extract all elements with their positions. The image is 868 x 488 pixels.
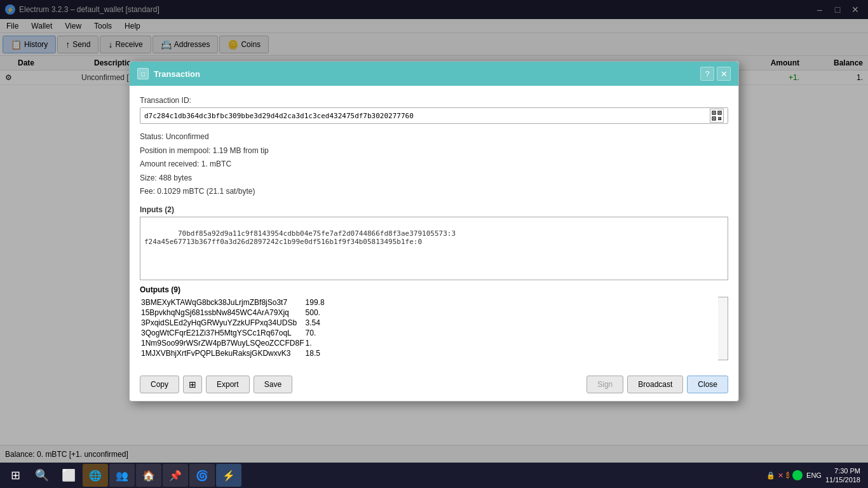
svg-rect-10: [721, 117, 721, 120]
dialog-titlebar: □ Transaction ? ✕: [130, 62, 738, 86]
amount-line: Amount received: 1. mBTC: [140, 158, 728, 172]
output-amount: 199.8: [306, 298, 346, 307]
output-row[interactable]: 15BpvkhqNgSj681ssbNw845WC4ArA79Xjq500.: [141, 308, 346, 317]
bitcoin-icon: ₿: [786, 471, 790, 479]
qr-icon-button[interactable]: [710, 109, 724, 123]
task-view-button[interactable]: ⬜: [56, 464, 81, 487]
export-button[interactable]: Export: [206, 376, 250, 393]
output-address: 15BpvkhqNgSj681ssbNw845WC4ArA79Xjq: [141, 308, 304, 317]
close-icon: ✕: [778, 471, 783, 480]
dialog-title: Transaction: [154, 69, 200, 79]
tx-id-value: d7c284c1db364dc3bfbc309bbe3d29d4d2ca3d1c…: [144, 112, 710, 120]
output-amount: 3.54: [306, 318, 346, 327]
taskbar: ⊞ 🔍 ⬜ 🌐 👥 🏠 📌 🌀 ⚡ 🔒 ✕ ₿ ENG 7:30 PM 11/1…: [0, 463, 868, 488]
mempool-line: Position in mempool: 1.19 MB from tip: [140, 144, 728, 158]
modal-overlay: □ Transaction ? ✕ Transaction ID: d7c284…: [0, 0, 868, 463]
output-amount: 181.56592: [306, 359, 346, 360]
output-address: 3BMEXyKTAWqG8bck38JuLrjmZBf8jSo3t7: [141, 298, 304, 307]
taskbar-right: 🔒 ✕ ₿ ENG 7:30 PM 11/15/2018: [766, 466, 865, 485]
network-icon: 🔒: [766, 471, 775, 480]
output-row[interactable]: 1Nm9Soo99rWSrZW4pB7WuyLSQeoZCCFD8F1.: [141, 339, 346, 348]
status-line: Status: Unconfirmed: [140, 130, 728, 144]
output-row[interactable]: 3PxqidSLEd2yHqGRWyuYZzkUFPxq34UDSb3.54: [141, 318, 346, 327]
start-button[interactable]: ⊞: [3, 464, 28, 487]
svg-rect-1: [714, 112, 715, 114]
svg-rect-9: [719, 118, 721, 119]
dialog-close-btn[interactable]: Close: [687, 376, 728, 393]
output-amount: 500.: [306, 308, 346, 317]
sign-button[interactable]: Sign: [587, 376, 623, 393]
dialog-buttons: Copy ⊞ Export Save Sign Broadcast Close: [130, 370, 738, 401]
output-row[interactable]: 3QogWtCFqrE21Zi37H5MtgYSCc1Rq67oqL70.: [141, 329, 346, 337]
dialog-controls: ? ✕: [700, 67, 731, 81]
status-dot: [792, 470, 803, 480]
output-row[interactable]: 3BMEXyKTAWqG8bck38JuLrjmZBf8jSo3t7199.8: [141, 298, 346, 307]
broadcast-button[interactable]: Broadcast: [627, 376, 683, 393]
output-amount: 1.: [306, 339, 346, 348]
size-line: Size: 488 bytes: [140, 172, 728, 186]
output-address: 1Nm9Soo99rWSrZW4pB7WuyLSQeoZCCFD8F: [141, 339, 304, 348]
output-amount: 18.5: [306, 349, 346, 358]
info-block: Status: Unconfirmed Position in mempool:…: [140, 130, 728, 199]
svg-rect-6: [718, 117, 719, 118]
output-address: 1MJXVBhjXrtFvPQPLBekuRaksjGKDwxvK3: [141, 349, 304, 358]
taskbar-teamviewer[interactable]: 👥: [109, 464, 135, 487]
inputs-label: Inputs (2): [140, 205, 728, 214]
taskbar-app5[interactable]: 🌀: [189, 464, 215, 487]
output-row[interactable]: 1MJXVBhjXrtFvPQPLBekuRaksjGKDwxvK318.5: [141, 349, 346, 358]
qr-button[interactable]: ⊞: [183, 376, 202, 393]
taskbar-electrum[interactable]: ⚡: [216, 464, 241, 487]
output-address: 3PxqidSLEd2yHqGRWyuYZzkUFPxq34UDSb: [141, 318, 304, 327]
fee-line: Fee: 0.1029 mBTC (21.1 sat/byte): [140, 185, 728, 199]
outputs-scrollbar[interactable]: [718, 297, 728, 360]
svg-rect-3: [719, 112, 721, 114]
outputs-table: 3BMEXyKTAWqG8bck38JuLrjmZBf8jSo3t7199.81…: [140, 297, 347, 360]
transaction-dialog: □ Transaction ? ✕ Transaction ID: d7c284…: [129, 61, 739, 402]
outputs-area: 3BMEXyKTAWqG8bck38JuLrjmZBf8jSo3t7199.81…: [140, 297, 728, 360]
lang-indicator: ENG: [806, 471, 822, 479]
inputs-content: 70bdf85a92d9a11c9f8143954cdbb04e75fe7af2…: [144, 229, 456, 246]
tx-id-field: d7c284c1db364dc3bfbc309bbe3d29d4d2ca3d1c…: [140, 107, 728, 124]
dialog-help-button[interactable]: ?: [700, 67, 714, 81]
taskbar-store[interactable]: 🏠: [136, 464, 161, 487]
outputs-box[interactable]: 3BMEXyKTAWqG8bck38JuLrjmZBf8jSo3t7199.81…: [140, 297, 718, 360]
search-button[interactable]: 🔍: [29, 464, 55, 487]
taskbar-mail[interactable]: 📌: [163, 464, 188, 487]
output-row[interactable]: 339aJzsPBKtwGbMzQTBSc7mpM8t6iokLao181.56…: [141, 359, 346, 360]
save-button[interactable]: Save: [254, 376, 292, 393]
clock-date: 11/15/2018: [825, 475, 860, 484]
svg-rect-7: [719, 117, 721, 118]
svg-rect-11: [718, 119, 721, 120]
taskbar-system-icons: 🔒 ✕ ₿: [766, 470, 803, 480]
svg-rect-8: [718, 118, 719, 119]
output-amount: 70.: [306, 329, 346, 337]
dialog-icon: □: [137, 68, 149, 79]
outputs-label: Outputs (9): [140, 285, 728, 294]
dialog-close-button[interactable]: ✕: [717, 67, 731, 81]
inputs-box[interactable]: 70bdf85a92d9a11c9f8143954cdbb04e75fe7af2…: [140, 217, 728, 280]
output-address: 339aJzsPBKtwGbMzQTBSc7mpM8t6iokLao: [141, 359, 304, 360]
taskbar-chrome[interactable]: 🌐: [83, 464, 108, 487]
clock: 7:30 PM 11/15/2018: [825, 466, 860, 485]
copy-button[interactable]: Copy: [140, 376, 179, 393]
tx-id-label: Transaction ID:: [140, 96, 728, 105]
svg-rect-5: [714, 118, 715, 119]
output-address: 3QogWtCFqrE21Zi37H5MtgYSCc1Rq67oqL: [141, 329, 304, 337]
clock-time: 7:30 PM: [825, 466, 860, 475]
dialog-body: Transaction ID: d7c284c1db364dc3bfbc309b…: [130, 86, 738, 370]
